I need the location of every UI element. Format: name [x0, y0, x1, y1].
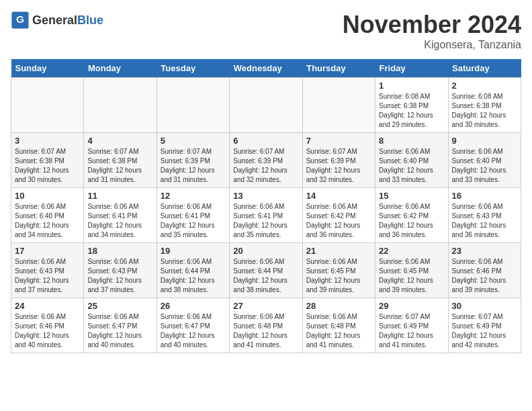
- day-info: Sunrise: 6:06 AM Sunset: 6:48 PM Dayligh…: [306, 312, 371, 350]
- day-info: Sunrise: 6:07 AM Sunset: 6:49 PM Dayligh…: [452, 312, 517, 350]
- day-number: 25: [87, 301, 152, 311]
- day-number: 3: [15, 136, 80, 146]
- calendar-cell: 21Sunrise: 6:06 AM Sunset: 6:45 PM Dayli…: [302, 243, 375, 298]
- day-info: Sunrise: 6:06 AM Sunset: 6:48 PM Dayligh…: [233, 312, 298, 350]
- calendar-cell: 25Sunrise: 6:06 AM Sunset: 6:47 PM Dayli…: [84, 298, 157, 353]
- day-number: 16: [452, 191, 517, 201]
- month-title: November 2024: [343, 11, 521, 39]
- day-info: Sunrise: 6:06 AM Sunset: 6:45 PM Dayligh…: [379, 257, 444, 295]
- day-number: 19: [161, 246, 226, 256]
- day-number: 7: [306, 136, 371, 146]
- day-info: Sunrise: 6:06 AM Sunset: 6:40 PM Dayligh…: [452, 147, 517, 185]
- location: Kigonsera, Tanzania: [343, 39, 521, 51]
- logo-general: General: [32, 13, 77, 27]
- day-info: Sunrise: 6:06 AM Sunset: 6:45 PM Dayligh…: [306, 257, 371, 295]
- calendar-header-tuesday: Tuesday: [157, 59, 229, 78]
- day-number: 11: [87, 191, 152, 201]
- day-info: Sunrise: 6:06 AM Sunset: 6:40 PM Dayligh…: [379, 147, 444, 185]
- day-info: Sunrise: 6:07 AM Sunset: 6:38 PM Dayligh…: [15, 147, 80, 185]
- day-number: 14: [306, 191, 371, 201]
- title-area: November 2024 Kigonsera, Tanzania: [343, 11, 521, 51]
- day-number: 6: [233, 136, 298, 146]
- day-number: 10: [15, 191, 80, 201]
- day-info: Sunrise: 6:06 AM Sunset: 6:46 PM Dayligh…: [15, 312, 80, 350]
- calendar-week-2: 3Sunrise: 6:07 AM Sunset: 6:38 PM Daylig…: [11, 133, 521, 188]
- calendar-cell: 23Sunrise: 6:06 AM Sunset: 6:46 PM Dayli…: [448, 243, 521, 298]
- calendar-week-5: 24Sunrise: 6:06 AM Sunset: 6:46 PM Dayli…: [11, 298, 521, 353]
- day-info: Sunrise: 6:07 AM Sunset: 6:39 PM Dayligh…: [306, 147, 371, 185]
- day-info: Sunrise: 6:07 AM Sunset: 6:49 PM Dayligh…: [379, 312, 444, 350]
- calendar-header-friday: Friday: [375, 59, 448, 78]
- calendar-cell: 5Sunrise: 6:07 AM Sunset: 6:39 PM Daylig…: [157, 133, 229, 188]
- day-info: Sunrise: 6:06 AM Sunset: 6:44 PM Dayligh…: [233, 257, 298, 295]
- header: G GeneralBlue November 2024 Kigonsera, T…: [11, 11, 521, 51]
- day-info: Sunrise: 6:07 AM Sunset: 6:39 PM Dayligh…: [161, 147, 226, 185]
- day-number: 29: [379, 301, 444, 311]
- day-info: Sunrise: 6:06 AM Sunset: 6:44 PM Dayligh…: [161, 257, 226, 295]
- calendar-cell: 10Sunrise: 6:06 AM Sunset: 6:40 PM Dayli…: [11, 188, 84, 243]
- day-info: Sunrise: 6:06 AM Sunset: 6:43 PM Dayligh…: [452, 202, 517, 240]
- calendar-cell: 17Sunrise: 6:06 AM Sunset: 6:43 PM Dayli…: [11, 243, 84, 298]
- calendar-cell: 9Sunrise: 6:06 AM Sunset: 6:40 PM Daylig…: [448, 133, 521, 188]
- day-info: Sunrise: 6:08 AM Sunset: 6:38 PM Dayligh…: [452, 92, 517, 130]
- calendar-cell: 22Sunrise: 6:06 AM Sunset: 6:45 PM Dayli…: [375, 243, 448, 298]
- calendar-cell: 12Sunrise: 6:06 AM Sunset: 6:41 PM Dayli…: [157, 188, 229, 243]
- day-number: 23: [452, 246, 517, 256]
- day-info: Sunrise: 6:06 AM Sunset: 6:47 PM Dayligh…: [87, 312, 152, 350]
- day-number: 30: [452, 301, 517, 311]
- logo: G GeneralBlue: [11, 11, 103, 30]
- logo-blue: Blue: [77, 13, 103, 27]
- calendar-cell: 29Sunrise: 6:07 AM Sunset: 6:49 PM Dayli…: [375, 298, 448, 353]
- calendar-cell: 20Sunrise: 6:06 AM Sunset: 6:44 PM Dayli…: [230, 243, 302, 298]
- day-info: Sunrise: 6:08 AM Sunset: 6:38 PM Dayligh…: [379, 92, 444, 130]
- day-info: Sunrise: 6:06 AM Sunset: 6:42 PM Dayligh…: [306, 202, 371, 240]
- calendar-cell: 7Sunrise: 6:07 AM Sunset: 6:39 PM Daylig…: [302, 133, 375, 188]
- day-info: Sunrise: 6:07 AM Sunset: 6:38 PM Dayligh…: [87, 147, 152, 185]
- calendar-cell: 2Sunrise: 6:08 AM Sunset: 6:38 PM Daylig…: [448, 78, 521, 133]
- day-number: 9: [452, 136, 517, 146]
- calendar-cell: 6Sunrise: 6:07 AM Sunset: 6:39 PM Daylig…: [230, 133, 302, 188]
- calendar-cell: 8Sunrise: 6:06 AM Sunset: 6:40 PM Daylig…: [375, 133, 448, 188]
- calendar-week-4: 17Sunrise: 6:06 AM Sunset: 6:43 PM Dayli…: [11, 243, 521, 298]
- calendar-header-wednesday: Wednesday: [230, 59, 302, 78]
- day-number: 22: [379, 246, 444, 256]
- day-number: 1: [379, 81, 444, 91]
- day-number: 18: [87, 246, 152, 256]
- day-info: Sunrise: 6:06 AM Sunset: 6:46 PM Dayligh…: [452, 257, 517, 295]
- svg-text:G: G: [16, 13, 24, 25]
- calendar-header-sunday: Sunday: [11, 59, 84, 78]
- day-number: 17: [15, 246, 80, 256]
- calendar-cell: 27Sunrise: 6:06 AM Sunset: 6:48 PM Dayli…: [230, 298, 302, 353]
- day-info: Sunrise: 6:06 AM Sunset: 6:43 PM Dayligh…: [87, 257, 152, 295]
- day-info: Sunrise: 6:06 AM Sunset: 6:40 PM Dayligh…: [15, 202, 80, 240]
- calendar-cell: 26Sunrise: 6:06 AM Sunset: 6:47 PM Dayli…: [157, 298, 229, 353]
- calendar-header-saturday: Saturday: [448, 59, 521, 78]
- calendar-cell: 4Sunrise: 6:07 AM Sunset: 6:38 PM Daylig…: [84, 133, 157, 188]
- day-number: 26: [161, 301, 226, 311]
- day-number: 20: [233, 246, 298, 256]
- calendar-cell: 24Sunrise: 6:06 AM Sunset: 6:46 PM Dayli…: [11, 298, 84, 353]
- day-info: Sunrise: 6:06 AM Sunset: 6:41 PM Dayligh…: [233, 202, 298, 240]
- calendar-header-monday: Monday: [84, 59, 157, 78]
- day-number: 4: [87, 136, 152, 146]
- calendar-cell: [302, 78, 375, 133]
- calendar-cell: [84, 78, 157, 133]
- day-number: 24: [15, 301, 80, 311]
- day-number: 28: [306, 301, 371, 311]
- day-info: Sunrise: 6:07 AM Sunset: 6:39 PM Dayligh…: [233, 147, 298, 185]
- day-info: Sunrise: 6:06 AM Sunset: 6:43 PM Dayligh…: [15, 257, 80, 295]
- calendar-cell: 19Sunrise: 6:06 AM Sunset: 6:44 PM Dayli…: [157, 243, 229, 298]
- calendar-cell: [11, 78, 84, 133]
- calendar-week-1: 1Sunrise: 6:08 AM Sunset: 6:38 PM Daylig…: [11, 78, 521, 133]
- day-number: 21: [306, 246, 371, 256]
- day-number: 13: [233, 191, 298, 201]
- calendar-cell: [230, 78, 302, 133]
- calendar-cell: 3Sunrise: 6:07 AM Sunset: 6:38 PM Daylig…: [11, 133, 84, 188]
- calendar-cell: 14Sunrise: 6:06 AM Sunset: 6:42 PM Dayli…: [302, 188, 375, 243]
- calendar-week-3: 10Sunrise: 6:06 AM Sunset: 6:40 PM Dayli…: [11, 188, 521, 243]
- day-number: 8: [379, 136, 444, 146]
- calendar-cell: [157, 78, 229, 133]
- calendar-cell: 13Sunrise: 6:06 AM Sunset: 6:41 PM Dayli…: [230, 188, 302, 243]
- day-number: 15: [379, 191, 444, 201]
- day-number: 2: [452, 81, 517, 91]
